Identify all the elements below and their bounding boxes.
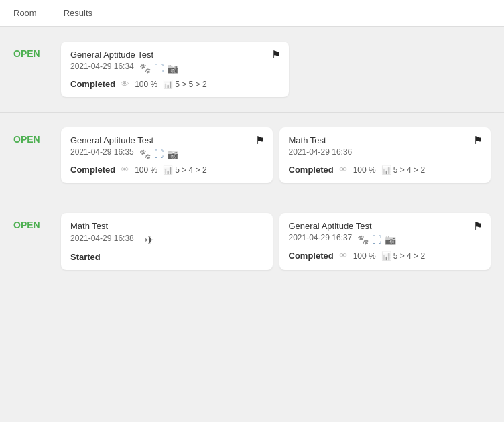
card-stats: 📊 5 > 4 > 2	[381, 165, 425, 175]
exam-card[interactable]: ⚑General Aptitude Test2021-04-29 16:37🐾⛶…	[279, 213, 491, 270]
cards-container: Math Test2021-04-29 16:38✈Started⚑Genera…	[61, 206, 491, 277]
card-status-row: Completed👁100 %📊 5 > 4 > 2	[289, 251, 482, 261]
card-stats: 📊 5 > 5 > 2	[163, 80, 206, 89]
card-status-row: Completed👁100 %📊 5 > 4 > 2	[289, 165, 482, 175]
card-percent: 100 %	[353, 165, 376, 175]
card-percent: 100 %	[353, 251, 376, 261]
card-action-icons: 🐾⛶📷	[357, 234, 396, 245]
section-open-label: OPEN	[13, 206, 50, 230]
camera-icon[interactable]: 📷	[167, 149, 178, 159]
flag-icon[interactable]: ⚑	[473, 134, 483, 147]
card-percent: 100 %	[135, 80, 158, 89]
card-date-row: 2021-04-29 16:37🐾⛶📷	[289, 233, 482, 247]
card-status-row: Completed👁100 %📊 5 > 5 > 2	[70, 79, 279, 89]
expand-icon[interactable]: ⛶	[154, 63, 164, 74]
stats-text: 5 > 5 > 2	[175, 80, 206, 89]
header-room: Room	[13, 8, 37, 18]
cards-container: ⚑General Aptitude Test2021-04-29 16:34🐾⛶…	[61, 35, 491, 104]
section-open-label: OPEN	[13, 121, 50, 145]
exam-card[interactable]: Math Test2021-04-29 16:38✈Started	[61, 213, 273, 270]
card-action-icons: 🐾⛶📷	[139, 63, 178, 74]
flight-icon: ✈	[145, 233, 155, 248]
camera-icon[interactable]: 📷	[385, 234, 396, 245]
bar-chart-icon: 📊	[381, 251, 391, 261]
eye-icon: 👁	[121, 165, 129, 175]
paw-icon[interactable]: 🐾	[139, 63, 151, 74]
card-date-row: 2021-04-29 16:34🐾⛶📷	[70, 62, 279, 75]
card-status-label: Started	[70, 252, 101, 262]
exam-section: OPEN⚑General Aptitude Test2021-04-29 16:…	[0, 113, 504, 198]
eye-icon: 👁	[339, 251, 348, 261]
bar-chart-icon: 📊	[163, 165, 173, 175]
card-title: Math Test	[70, 221, 263, 231]
card-date: 2021-04-29 16:34	[70, 62, 134, 71]
card-action-icons: 🐾⛶📷	[139, 149, 178, 159]
flag-icon[interactable]: ⚑	[473, 220, 483, 232]
bar-chart-icon: 📊	[381, 165, 391, 175]
flag-icon[interactable]: ⚑	[271, 48, 281, 61]
expand-icon[interactable]: ⛶	[154, 149, 164, 159]
card-status-label: Completed	[70, 165, 115, 175]
eye-icon: 👁	[121, 79, 129, 89]
card-status-label: Completed	[289, 165, 334, 175]
card-title: Math Test	[289, 135, 482, 145]
card-date: 2021-04-29 16:35	[70, 147, 134, 157]
paw-icon[interactable]: 🐾	[357, 234, 369, 245]
exam-card[interactable]: ⚑Math Test2021-04-29 16:36Completed👁100 …	[279, 127, 491, 183]
card-stats: 📊 5 > 4 > 2	[163, 165, 206, 175]
stats-text: 5 > 4 > 2	[393, 251, 425, 261]
eye-icon: 👁	[339, 165, 348, 175]
card-percent: 100 %	[135, 165, 158, 175]
stats-text: 5 > 4 > 2	[175, 165, 206, 175]
card-title: General Aptitude Test	[70, 50, 279, 60]
exam-section: OPENMath Test2021-04-29 16:38✈Started⚑Ge…	[0, 198, 504, 285]
card-date-row: 2021-04-29 16:36	[289, 147, 482, 161]
card-status-label: Completed	[289, 251, 334, 261]
flag-icon[interactable]: ⚑	[255, 134, 265, 147]
card-date: 2021-04-29 16:36	[289, 147, 353, 157]
exam-card[interactable]: ⚑General Aptitude Test2021-04-29 16:35🐾⛶…	[61, 127, 273, 183]
card-title: General Aptitude Test	[289, 221, 482, 231]
card-stats: 📊 5 > 4 > 2	[381, 251, 425, 261]
section-open-label: OPEN	[13, 35, 50, 59]
header-results: Results	[64, 8, 92, 18]
card-date-row: 2021-04-29 16:35🐾⛶📷	[70, 147, 263, 161]
paw-icon[interactable]: 🐾	[139, 149, 151, 159]
cards-container: ⚑General Aptitude Test2021-04-29 16:35🐾⛶…	[61, 121, 491, 190]
exam-card[interactable]: ⚑General Aptitude Test2021-04-29 16:34🐾⛶…	[61, 42, 289, 97]
stats-text: 5 > 4 > 2	[393, 165, 425, 175]
expand-icon[interactable]: ⛶	[372, 234, 381, 245]
card-date-row: 2021-04-29 16:38✈	[70, 233, 263, 248]
card-status-row: Started	[70, 252, 263, 262]
card-date: 2021-04-29 16:38	[70, 234, 134, 243]
header: Room Results	[0, 0, 504, 27]
exam-section: OPEN⚑General Aptitude Test2021-04-29 16:…	[0, 27, 504, 113]
card-status-row: Completed👁100 %📊 5 > 4 > 2	[70, 165, 263, 175]
card-status-label: Completed	[70, 79, 115, 89]
camera-icon[interactable]: 📷	[167, 63, 178, 74]
card-title: General Aptitude Test	[70, 135, 263, 145]
bar-chart-icon: 📊	[163, 80, 173, 89]
card-date: 2021-04-29 16:37	[289, 233, 353, 242]
